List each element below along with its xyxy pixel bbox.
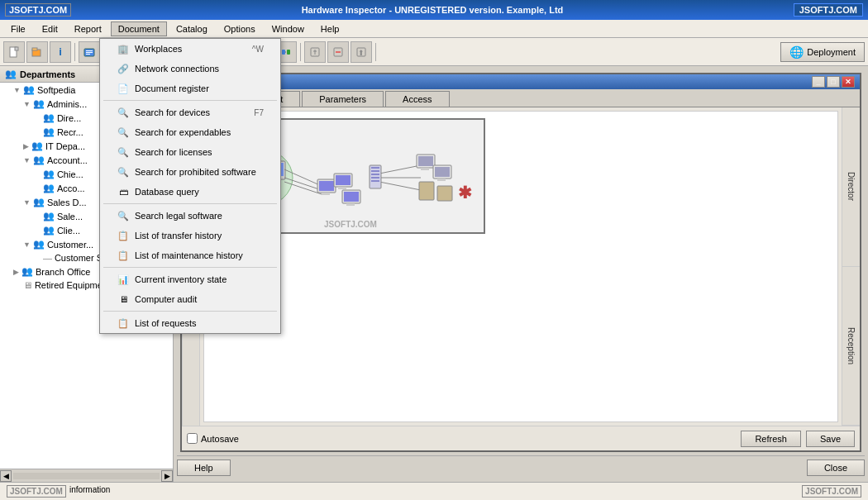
menu-item-maintenance-history[interactable]: 📋 List of maintenance history [100, 245, 280, 265]
network-connections-icon: 🔗 [117, 62, 130, 75]
menu-item-search-legal[interactable]: 🔍 Search legal software [100, 206, 280, 226]
menu-item-network-connections[interactable]: 🔗 Network connections [100, 59, 280, 79]
right-label-director: Director [842, 107, 860, 267]
director-label: Director [847, 172, 856, 201]
toolbar-open[interactable] [26, 41, 48, 63]
menu-item-list-requests[interactable]: 📋 List of requests [100, 313, 280, 333]
plan-canvas: ✱ JSOFTJ.COM [203, 111, 838, 422]
toolbar-sep-5 [375, 43, 376, 61]
menu-item-database-query[interactable]: 🗃 Database query [100, 182, 280, 202]
menu-window[interactable]: Window [265, 21, 312, 36]
scroll-right[interactable]: ▶ [161, 470, 173, 482]
svg-rect-46 [319, 181, 334, 191]
search-expendables-icon: 🔍 [117, 126, 130, 139]
menu-item-computer-audit[interactable]: 🖥 Computer audit [100, 289, 280, 309]
status-logo-left: JSOFTJ.COM [7, 485, 66, 498]
dropdown-sep-2 [103, 203, 277, 204]
dropdown-sep-4 [103, 311, 277, 312]
svg-rect-67 [437, 186, 452, 201]
svg-rect-62 [421, 168, 429, 170]
departments-label: Departments [20, 69, 75, 79]
svg-rect-53 [346, 203, 355, 206]
search-licenses-icon: 🔍 [117, 145, 130, 159]
action-bar: Help Close [177, 455, 865, 479]
menu-catalog[interactable]: Catalog [169, 21, 215, 36]
reception-label: Reception [847, 327, 856, 364]
search-prohibited-icon: 🔍 [117, 165, 130, 179]
autosave-area: Autosave [187, 433, 239, 444]
svg-rect-47 [322, 193, 330, 195]
svg-text:⬆: ⬆ [358, 49, 365, 57]
deployment-button[interactable]: 🌐 Deployment [780, 42, 865, 62]
right-label-reception: Reception [842, 267, 860, 426]
database-query-icon: 🗃 [117, 185, 130, 198]
menu-item-search-prohibited[interactable]: 🔍 Search for prohibited software [100, 162, 280, 182]
svg-text:JSOFTJ.COM: JSOFTJ.COM [324, 220, 377, 229]
menu-item-search-licenses[interactable]: 🔍 Search for licenses [100, 142, 280, 162]
svg-rect-57 [371, 174, 379, 175]
document-register-icon: 📄 [117, 82, 130, 95]
dept-icon: 👥 [5, 69, 17, 79]
menu-item-document-register[interactable]: 📄 Document register [100, 79, 280, 98]
workplaces-menu-icon: 🏢 [117, 42, 130, 55]
close-button[interactable]: Close [807, 460, 865, 476]
menu-item-inventory-state[interactable]: 📊 Current inventory state [100, 269, 280, 289]
svg-rect-7 [86, 54, 90, 55]
menu-edit[interactable]: Edit [35, 21, 65, 36]
dropdown-sep-3 [103, 267, 277, 268]
tab-access[interactable]: Access [385, 91, 449, 107]
menu-file[interactable]: File [3, 21, 33, 36]
tab-parameters[interactable]: Parameters [302, 91, 384, 107]
toolbar-sep-4 [300, 43, 301, 61]
toolbar-b12[interactable]: ⬆ [351, 41, 372, 63]
help-button[interactable]: Help [177, 460, 231, 476]
menu-item-workplaces[interactable]: 🏢 Workplaces ^W [100, 39, 280, 59]
toolbar-new[interactable] [3, 41, 25, 63]
menu-document[interactable]: Document [111, 21, 167, 36]
status-logo-right: JSOFTJ.COM [802, 485, 861, 498]
menu-item-transfer-history[interactable]: 📋 List of transfer history [100, 226, 280, 245]
menu-report[interactable]: Report [67, 21, 109, 36]
computer-audit-icon: 🖥 [117, 293, 130, 306]
svg-text:✱: ✱ [458, 183, 472, 202]
svg-rect-52 [344, 192, 359, 202]
save-button[interactable]: Save [806, 431, 855, 447]
menu-options[interactable]: Options [217, 21, 263, 36]
svg-rect-56 [371, 170, 379, 172]
toolbar-b1[interactable] [79, 41, 100, 63]
svg-rect-65 [437, 179, 446, 181]
scroll-left[interactable]: ◀ [0, 470, 12, 482]
tab-bar: Plan Import Parameters Access [182, 89, 860, 107]
svg-rect-49 [336, 175, 351, 185]
bottom-bar: Autosave Refresh Save [182, 426, 860, 450]
autosave-checkbox[interactable] [187, 433, 198, 444]
svg-rect-66 [419, 182, 434, 200]
title-bar: JSOFTJ.COM Hardware Inspector - UNREGIST… [0, 0, 868, 20]
plan-area: Room [182, 107, 860, 426]
document-dropdown-menu: 🏢 Workplaces ^W 🔗 Network connections 📄 … [99, 38, 281, 334]
svg-rect-61 [418, 156, 433, 166]
svg-rect-20 [287, 50, 290, 55]
svg-rect-58 [371, 177, 379, 179]
toolbar-b10[interactable] [304, 41, 326, 63]
svg-rect-3 [32, 48, 37, 50]
toolbar-sep-1 [74, 43, 75, 61]
maximize-btn[interactable]: □ [827, 76, 840, 88]
refresh-button[interactable]: Refresh [741, 431, 801, 447]
title-logo-right: JSOFTJ.COM [794, 3, 863, 17]
maintenance-history-icon: 📋 [117, 249, 130, 262]
toolbar-b11[interactable] [327, 41, 349, 63]
autosave-label: Autosave [201, 434, 239, 444]
minimize-btn[interactable]: _ [812, 76, 825, 88]
close-btn[interactable]: ✕ [842, 76, 855, 88]
menu-item-search-devices[interactable]: 🔍 Search for devices F7 [100, 102, 280, 122]
search-devices-icon: 🔍 [117, 106, 130, 119]
menu-item-search-expendables[interactable]: 🔍 Search for expendables [100, 122, 280, 142]
toolbar-info[interactable]: i [50, 41, 71, 63]
svg-rect-64 [435, 167, 450, 177]
svg-rect-1 [15, 47, 18, 50]
workplaces-window: Workplaces _ □ ✕ Plan Import Parameters … [180, 73, 861, 452]
deployment-label: Deployment [807, 47, 856, 57]
window-controls: _ □ ✕ [812, 76, 855, 88]
menu-help[interactable]: Help [313, 21, 347, 36]
